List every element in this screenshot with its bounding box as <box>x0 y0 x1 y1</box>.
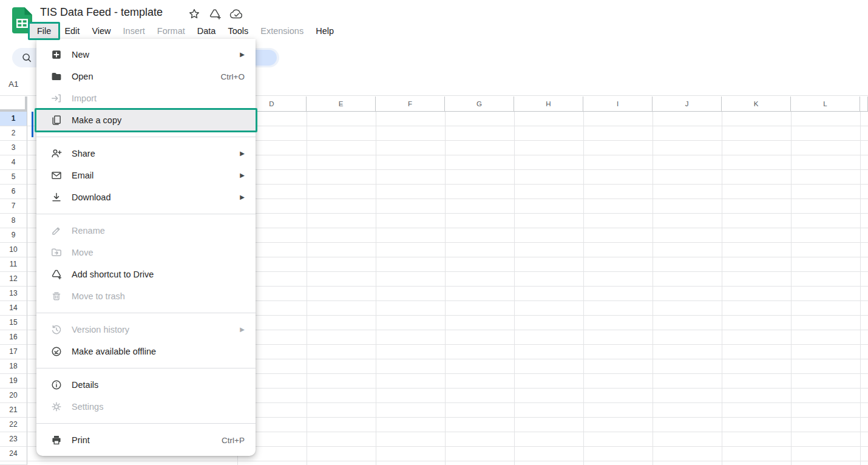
row-header-9[interactable]: 9 <box>0 228 27 243</box>
menubar-item-format[interactable]: Format <box>151 23 191 39</box>
menubar-item-view[interactable]: View <box>86 23 117 39</box>
menubar-item-file[interactable]: File <box>30 23 58 39</box>
column-header-partial <box>860 97 868 112</box>
grid-column-line <box>445 112 446 465</box>
select-all-corner[interactable] <box>0 97 27 112</box>
menubar-item-insert[interactable]: Insert <box>117 23 151 39</box>
row-header-11[interactable]: 11 <box>0 257 27 272</box>
shortcut-label: Ctrl+P <box>222 436 245 445</box>
row-header-partial <box>0 461 27 465</box>
menu-item-open[interactable]: OpenCtrl+O <box>36 66 256 87</box>
column-header-K[interactable]: K <box>722 97 791 112</box>
menu-item-email[interactable]: Email▶ <box>36 165 256 186</box>
person-add-icon <box>50 148 63 160</box>
grid-column-line <box>307 112 307 465</box>
row-header-22[interactable]: 22 <box>0 418 27 432</box>
document-title[interactable]: TIS Data Feed - template <box>40 6 163 19</box>
row-header-2[interactable]: 2 <box>0 126 27 141</box>
menu-divider <box>36 313 256 313</box>
submenu-arrow-icon: ▶ <box>240 194 245 200</box>
menu-item-move[interactable]: Move <box>36 242 256 263</box>
row-header-21[interactable]: 21 <box>0 403 27 418</box>
column-header-E[interactable]: E <box>307 97 376 112</box>
menu-item-details[interactable]: Details <box>36 374 256 396</box>
column-header-F[interactable]: F <box>376 97 445 112</box>
search-icon[interactable] <box>21 52 32 63</box>
menu-item-add-shortcut-to-drive[interactable]: Add shortcut to Drive <box>36 263 256 285</box>
shortcut-label: Ctrl+O <box>221 72 245 81</box>
row-header-1[interactable]: 1 <box>0 112 27 126</box>
grid-row-line <box>27 461 868 461</box>
menu-item-print[interactable]: PrintCtrl+P <box>36 429 256 451</box>
column-header-H[interactable]: H <box>514 97 583 112</box>
google-sheets-window: TIS Data Feed - template FileEditViewIns… <box>0 0 868 465</box>
row-header-15[interactable]: 15 <box>0 316 27 330</box>
menu-item-share[interactable]: Share▶ <box>36 143 256 165</box>
column-header-I[interactable]: I <box>583 97 653 112</box>
row-header-17[interactable]: 17 <box>0 345 27 359</box>
version-history-icon <box>50 324 63 336</box>
menu-item-make-available-offline[interactable]: Make available offline <box>36 341 256 362</box>
menu-item-label: Move <box>72 248 93 257</box>
menu-item-make-a-copy[interactable]: Make a copy <box>36 109 256 131</box>
star-icon[interactable] <box>188 8 200 20</box>
row-header-10[interactable]: 10 <box>0 243 27 257</box>
menu-divider <box>36 214 256 214</box>
row-header-24[interactable]: 24 <box>0 447 27 461</box>
menu-bar: FileEditViewInsertFormatDataToolsExtensi… <box>30 22 340 39</box>
menu-item-import[interactable]: Import <box>36 87 256 109</box>
offline-pin-icon <box>50 345 63 358</box>
menu-item-move-to-trash[interactable]: Move to trash <box>36 285 256 307</box>
row-header-20[interactable]: 20 <box>0 389 27 403</box>
menu-item-settings[interactable]: Settings <box>36 396 256 418</box>
row-header-18[interactable]: 18 <box>0 359 27 374</box>
trash-icon <box>50 290 63 302</box>
row-header-6[interactable]: 6 <box>0 185 27 199</box>
download-icon <box>50 191 63 203</box>
row-header-12[interactable]: 12 <box>0 272 27 287</box>
menu-item-download[interactable]: Download▶ <box>36 186 256 208</box>
column-header-L[interactable]: L <box>791 97 860 112</box>
row-header-3[interactable]: 3 <box>0 141 27 155</box>
menubar-item-extensions[interactable]: Extensions <box>254 23 310 39</box>
row-header-14[interactable]: 14 <box>0 301 27 316</box>
import-icon <box>50 92 63 104</box>
grid-column-line <box>376 112 376 465</box>
column-header-J[interactable]: J <box>653 97 722 112</box>
menubar-item-help[interactable]: Help <box>310 23 340 39</box>
menu-divider <box>36 368 256 368</box>
annotation-box-file-menu <box>28 22 60 40</box>
grid-column-line <box>791 112 792 465</box>
menubar-item-data[interactable]: Data <box>191 23 222 39</box>
email-icon <box>50 169 63 182</box>
column-header-G[interactable]: G <box>445 97 514 112</box>
row-header-23[interactable]: 23 <box>0 432 27 447</box>
menu-item-label: Import <box>72 93 97 103</box>
menubar-item-edit[interactable]: Edit <box>58 23 86 39</box>
copy-icon <box>50 114 63 126</box>
cell-name-box[interactable]: A1 <box>8 80 19 89</box>
row-header-7[interactable]: 7 <box>0 199 27 214</box>
submenu-arrow-icon: ▶ <box>240 151 245 157</box>
menu-item-new[interactable]: New▶ <box>36 44 256 66</box>
annotation-box-make-a-copy <box>35 108 257 132</box>
menu-item-version-history[interactable]: Version history▶ <box>36 319 256 341</box>
menu-item-rename[interactable]: Rename <box>36 220 256 242</box>
cloud-check-icon[interactable] <box>229 8 244 20</box>
add-shortcut-to-drive-icon[interactable] <box>208 8 222 20</box>
row-header-19[interactable]: 19 <box>0 374 27 389</box>
submenu-arrow-icon: ▶ <box>240 52 245 58</box>
settings-gear-icon <box>50 401 63 413</box>
print-icon <box>50 434 63 446</box>
row-header-4[interactable]: 4 <box>0 155 27 170</box>
row-header-13[interactable]: 13 <box>0 287 27 301</box>
menubar-item-tools[interactable]: Tools <box>222 23 254 39</box>
selected-cell-border <box>32 112 33 137</box>
row-header-16[interactable]: 16 <box>0 330 27 345</box>
rename-icon <box>50 225 63 237</box>
file-menu-panel: New▶OpenCtrl+OImportMake a copyShare▶Ema… <box>36 39 256 456</box>
row-header-8[interactable]: 8 <box>0 214 27 228</box>
menu-divider <box>36 137 256 137</box>
grid-column-line <box>722 112 722 465</box>
row-header-5[interactable]: 5 <box>0 170 27 185</box>
